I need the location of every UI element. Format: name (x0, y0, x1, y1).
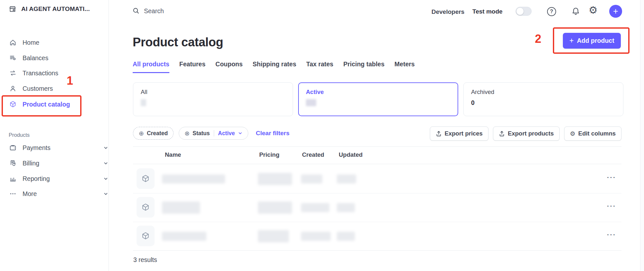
gear-icon: ⚙ (570, 131, 575, 137)
redacted-text (258, 201, 292, 214)
annotation-number-1: 1 (67, 74, 73, 88)
filter-status-pill[interactable]: ⊗ Status Active (179, 127, 248, 140)
annotation-number-2: 2 (535, 32, 541, 46)
sidebar: AI AGENT AUTOMATI... Home Balances Trans… (0, 0, 109, 271)
row-actions-icon[interactable]: ··· (607, 202, 616, 210)
redacted-text (162, 174, 225, 183)
redacted-text (301, 174, 322, 183)
catalog-tabs: All products Features Coupons Shipping r… (133, 61, 415, 73)
column-header-name[interactable]: Name (165, 151, 181, 158)
customers-icon (9, 85, 17, 92)
table-row[interactable]: ··· (133, 193, 621, 222)
redacted-count (141, 99, 146, 106)
tab-pricing-tables[interactable]: Pricing tables (343, 61, 384, 73)
table-row[interactable]: ··· (133, 222, 621, 250)
search-placeholder: Search (144, 7, 164, 15)
payments-icon (9, 144, 17, 152)
edit-columns-button[interactable]: ⚙ Edit columns (564, 126, 621, 141)
sidebar-item-payments[interactable]: Payments (9, 144, 96, 152)
results-count: 3 results (133, 256, 157, 264)
divider (133, 250, 621, 251)
export-prices-button[interactable]: Export prices (430, 126, 488, 141)
summary-cards: All Active Archived 0 (133, 82, 623, 116)
test-mode-label: Test mode (472, 8, 503, 15)
sidebar-item-more[interactable]: More (9, 190, 96, 198)
toggle-knob (516, 7, 524, 15)
filter-created-pill[interactable]: ⊕ Created (133, 127, 174, 140)
redacted-text (301, 203, 329, 212)
product-thumbnail (137, 226, 155, 246)
sidebar-item-balances[interactable]: Balances (9, 54, 96, 62)
reporting-icon (9, 175, 17, 182)
export-icon (436, 131, 442, 137)
business-name: AI AGENT AUTOMATI... (21, 5, 90, 13)
chevron-down-icon[interactable] (103, 176, 108, 181)
export-icon (499, 131, 505, 137)
add-product-button[interactable]: + Add product (563, 33, 621, 49)
tab-meters[interactable]: Meters (394, 61, 415, 73)
sidebar-item-transactions[interactable]: Transactions (9, 69, 96, 77)
divider (133, 146, 621, 147)
page-title: Product catalog (133, 35, 223, 49)
row-actions-icon[interactable]: ··· (607, 231, 616, 238)
tab-coupons[interactable]: Coupons (215, 61, 242, 73)
status-value: Active (218, 130, 235, 137)
table-actions: Export prices Export products ⚙ Edit col… (424, 126, 621, 141)
stripe-dashboard: AI AGENT AUTOMATI... Home Balances Trans… (0, 0, 644, 271)
column-header-created[interactable]: Created (302, 151, 324, 158)
clear-filters-link[interactable]: Clear filters (256, 130, 290, 137)
settings-gear-icon[interactable]: ⚙ (589, 4, 598, 16)
export-products-button[interactable]: Export products (493, 126, 560, 141)
developers-link[interactable]: Developers (431, 8, 464, 15)
home-icon (9, 39, 17, 46)
tab-shipping-rates[interactable]: Shipping rates (253, 61, 296, 73)
card-archived[interactable]: Archived 0 (463, 82, 623, 116)
column-header-updated[interactable]: Updated (339, 151, 363, 158)
product-thumbnail (137, 197, 155, 218)
chevron-down-icon[interactable] (103, 192, 108, 196)
redacted-text (162, 201, 200, 214)
sidebar-item-product-catalog[interactable]: Product catalog (9, 100, 96, 108)
sidebar-item-reporting[interactable]: Reporting (9, 175, 96, 182)
transactions-icon (9, 69, 17, 77)
create-plus-button[interactable]: + (609, 5, 622, 18)
tab-all-products[interactable]: All products (133, 61, 169, 73)
test-mode-toggle[interactable] (516, 7, 532, 16)
plus-icon: + (569, 37, 573, 44)
redacted-count (306, 99, 316, 106)
chevron-down-icon (238, 131, 242, 136)
redacted-text (162, 232, 206, 241)
redacted-text (258, 173, 292, 185)
storefront-icon (9, 5, 16, 13)
redacted-text (337, 232, 355, 241)
card-all[interactable]: All (133, 82, 293, 116)
sidebar-item-customers[interactable]: Customers (9, 85, 96, 92)
business-switcher[interactable]: AI AGENT AUTOMATI... (9, 5, 90, 13)
help-icon[interactable]: ? (547, 7, 556, 16)
table-row[interactable]: ··· (133, 164, 621, 193)
filter-row: ⊕ Created ⊗ Status Active Clear filters (133, 127, 289, 140)
tab-tax-rates[interactable]: Tax rates (306, 61, 333, 73)
card-active[interactable]: Active (298, 82, 458, 116)
sidebar-item-billing[interactable]: Billing (9, 159, 96, 167)
chevron-down-icon[interactable] (103, 145, 108, 150)
sidebar-item-home[interactable]: Home (9, 39, 96, 46)
search-input[interactable]: Search (132, 7, 358, 15)
divider (214, 130, 214, 136)
redacted-text (301, 232, 331, 241)
divider (133, 164, 621, 164)
archived-count: 0 (471, 99, 616, 107)
row-actions-icon[interactable]: ··· (607, 173, 616, 181)
billing-icon (9, 159, 17, 167)
product-thumbnail (137, 168, 155, 189)
redacted-text (258, 230, 289, 242)
search-icon (132, 7, 140, 15)
column-header-pricing[interactable]: Pricing (259, 151, 279, 158)
circled-x-icon: ⊗ (185, 130, 190, 136)
product-catalog-icon (9, 100, 17, 108)
redacted-text (337, 174, 356, 183)
notifications-bell-icon[interactable] (571, 6, 581, 16)
tab-features[interactable]: Features (179, 61, 205, 73)
chevron-down-icon[interactable] (103, 161, 108, 166)
scrollbar[interactable] (640, 0, 644, 271)
